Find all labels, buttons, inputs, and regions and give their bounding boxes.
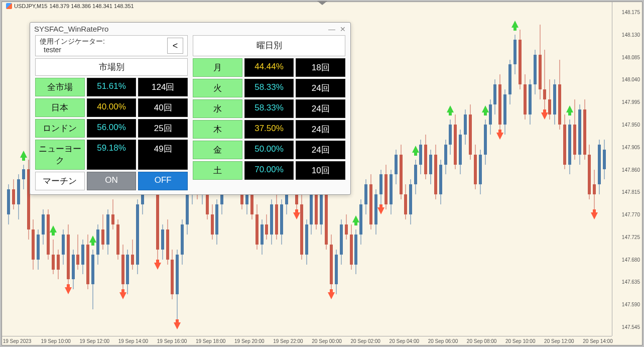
day-count: 18回 — [296, 58, 345, 77]
time-tick: 19 Sep 16:00 — [157, 338, 187, 344]
candle — [588, 145, 591, 199]
day-label: 火 — [193, 79, 242, 97]
time-tick: 20 Sep 06:00 — [428, 338, 458, 344]
martin-label: マーチン — [35, 172, 85, 190]
candle — [459, 130, 462, 175]
down-arrow-icon — [541, 112, 548, 120]
day-count: 24回 — [296, 141, 345, 159]
market-count: 40回 — [138, 98, 188, 117]
day-label: 木 — [193, 120, 242, 139]
candle — [310, 189, 313, 235]
collapse-button[interactable]: < — [167, 38, 183, 54]
candle — [181, 219, 184, 265]
price-scale[interactable]: 148.175148.130148.085148.040147.995147.9… — [612, 2, 642, 336]
candle — [265, 214, 268, 240]
martin-off-button[interactable]: OFF — [138, 172, 188, 190]
candle — [439, 160, 442, 205]
price-tick: 148.040 — [622, 77, 640, 82]
market-label: ロンドン — [35, 119, 85, 138]
market-rate: 56.00% — [87, 119, 137, 138]
candle — [131, 240, 134, 270]
candle — [558, 60, 561, 130]
candle — [524, 74, 527, 120]
down-arrow-icon — [591, 212, 598, 219]
indicator-name: tester — [40, 46, 105, 54]
candle — [136, 199, 139, 274]
winrate-panel[interactable]: SYSFAC_WinRatePro — ✕ 使用インジケーター: tester … — [30, 22, 351, 195]
candle — [598, 140, 601, 194]
time-tick: 20 Sep 10:00 — [505, 338, 536, 344]
down-arrow-icon — [174, 322, 181, 329]
candle — [106, 209, 109, 255]
day-rate: 37.50% — [244, 120, 294, 139]
indicator-info-row: 使用インジケーター: tester < — [35, 35, 188, 56]
price-tick: 147.950 — [622, 122, 640, 127]
down-arrow-icon — [328, 292, 335, 299]
day-label: 土 — [193, 161, 242, 180]
candle — [568, 120, 571, 174]
time-scale[interactable]: 19 Sep 202319 Sep 10:0019 Sep 12:0019 Se… — [2, 336, 612, 345]
candle — [215, 199, 218, 245]
candle — [563, 114, 566, 169]
candle — [255, 204, 259, 250]
candle — [62, 229, 65, 265]
market-row: ニューヨーク59.18%49回 — [35, 140, 188, 170]
day-label: 金 — [193, 141, 242, 159]
candle — [37, 229, 40, 270]
price-tick: 147.545 — [622, 324, 640, 330]
candle — [67, 224, 70, 284]
candle — [47, 209, 50, 260]
candle — [474, 145, 477, 190]
day-label: 水 — [193, 99, 242, 118]
candle — [359, 199, 362, 245]
candle — [330, 235, 333, 289]
candle — [429, 150, 432, 185]
candle — [449, 120, 452, 155]
martin-on-button[interactable]: ON — [87, 172, 137, 190]
close-icon[interactable]: ✕ — [339, 26, 346, 33]
day-row: 金50.00%24回 — [193, 141, 345, 159]
panel-header[interactable]: SYSFAC_WinRatePro — ✕ — [30, 23, 350, 35]
minimize-icon[interactable]: — — [328, 26, 335, 33]
candle — [395, 150, 398, 185]
day-row: 月44.44%18回 — [193, 58, 345, 77]
candle — [379, 170, 382, 205]
candle — [469, 104, 472, 159]
market-row: 日本40.00%40回 — [35, 98, 188, 117]
candle — [464, 109, 467, 145]
day-rate: 58.33% — [244, 79, 294, 97]
market-count: 25回 — [138, 119, 188, 138]
candle — [583, 99, 586, 159]
time-tick: 20 Sep 08:00 — [467, 338, 497, 344]
candle — [419, 140, 422, 175]
candle — [96, 224, 99, 265]
candle — [409, 179, 412, 224]
candle — [52, 240, 55, 275]
candle — [32, 219, 35, 270]
candle — [270, 199, 273, 245]
price-tick: 147.770 — [622, 212, 640, 217]
price-tick: 147.860 — [622, 167, 640, 172]
candle — [72, 250, 75, 290]
market-label: ニューヨーク — [35, 140, 85, 170]
martin-row: マーチン ON OFF — [35, 172, 188, 190]
candle — [404, 184, 407, 219]
candle — [573, 99, 576, 159]
market-rate: 40.00% — [87, 98, 137, 117]
panel-title: SYSFAC_WinRatePro — [34, 25, 108, 33]
price-tick: 147.815 — [622, 189, 640, 195]
day-count: 10回 — [296, 161, 345, 180]
up-arrow-icon — [511, 21, 519, 28]
candle — [543, 50, 546, 109]
time-tick: 20 Sep 00:00 — [312, 338, 342, 344]
market-header: 市場別 — [35, 58, 188, 76]
candle — [603, 140, 606, 180]
candle — [493, 79, 496, 114]
candle — [424, 135, 427, 180]
candle — [390, 170, 393, 215]
market-rate: 59.18% — [87, 140, 137, 170]
market-row: 全市場51.61%124回 — [35, 78, 188, 96]
candle — [548, 79, 551, 120]
candle — [519, 30, 522, 89]
up-arrow-icon — [20, 151, 27, 158]
